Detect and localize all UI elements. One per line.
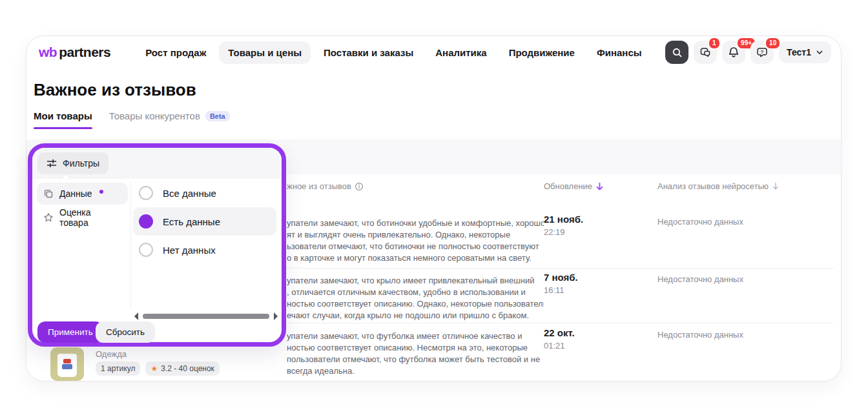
scrollbar-thumb[interactable] <box>143 314 269 319</box>
panel-divider <box>130 181 131 309</box>
sort-arrow-down-icon-purple <box>595 182 604 191</box>
reset-button[interactable]: Сбросить <box>96 321 155 343</box>
radio-option-no-data[interactable]: Нет данных <box>133 236 276 264</box>
active-tab-underline <box>34 127 92 129</box>
rating-text: 3.2 - 40 оценок <box>161 364 214 373</box>
page-title: Важное из отзывов <box>34 80 196 100</box>
update-time: 16:11 <box>544 285 578 295</box>
header-actions: 1 99+ ? 10 Тест1 <box>665 41 831 64</box>
notifications-button[interactable]: 99+ <box>722 41 745 64</box>
beta-badge: Beta <box>205 111 230 121</box>
logo-wb: wb <box>39 45 57 59</box>
tab-competitor-goods[interactable]: Товары конкурентов Beta <box>109 110 230 127</box>
review-summary-text: упатели замечают, что футболка имеет отл… <box>287 331 544 377</box>
review-summary-text: упатели замечают, что ботиночки удобные … <box>287 218 544 264</box>
analysis-status: Недостаточно данных <box>657 217 743 227</box>
logo-partners: partners <box>59 45 110 59</box>
copy-icon <box>43 188 54 199</box>
nav-item-prodvizhenie[interactable]: Продвижение <box>500 41 584 64</box>
info-icon[interactable] <box>355 182 364 191</box>
filters-button[interactable]: Фильтры <box>37 152 108 174</box>
update-date: 21 нояб. <box>544 214 583 225</box>
wb-partners-logo[interactable]: wbpartners <box>39 45 110 60</box>
chevron-down-icon <box>816 48 823 56</box>
radio-option-no-data-label: Нет данных <box>163 245 216 256</box>
radio-option-all-data-label: Все данные <box>163 188 216 199</box>
filter-category-rating-label: Оценка товара <box>59 207 121 228</box>
scroll-right-arrow-icon[interactable] <box>274 312 278 320</box>
svg-text:?: ? <box>761 49 764 55</box>
column-header-reviews[interactable]: жное из отзывов <box>287 181 364 191</box>
update-date: 22 окт. <box>544 327 575 338</box>
filter-category-data[interactable]: Данные <box>37 183 128 205</box>
tab-competitor-goods-label: Товары конкурентов <box>109 110 200 121</box>
star-outline-icon <box>43 212 54 223</box>
active-filter-dot <box>99 190 103 194</box>
filter-category-data-label: Данные <box>59 188 92 199</box>
search-button[interactable] <box>665 41 688 64</box>
nav-item-finansy[interactable]: Финансы <box>588 41 651 64</box>
column-header-analysis[interactable]: Анализ отзывов нейросетью <box>657 181 780 191</box>
articles-count-pill: 1 артикул <box>96 361 140 376</box>
nav-item-tovary-i-tseny[interactable]: Товары и цены <box>219 41 311 64</box>
account-menu-button[interactable]: Тест1 <box>779 41 831 63</box>
horizontal-scrollbar[interactable] <box>134 312 278 321</box>
radio-option-all-data[interactable]: Все данные <box>133 179 276 207</box>
filters-button-label: Фильтры <box>63 158 99 168</box>
messages-badge: 1 <box>708 37 721 50</box>
update-time: 22:19 <box>544 227 583 237</box>
top-header: wbpartners Рост продаж Товары и цены Пос… <box>26 36 842 69</box>
sort-arrow-down-icon-gray <box>772 182 780 190</box>
review-summary-text: упатели замечают, что крыло имеет привле… <box>287 275 544 321</box>
nav-item-postavki-i-zakazy[interactable]: Поставки и заказы <box>315 41 422 64</box>
rating-pill: ★ 3.2 - 40 оценок <box>145 361 219 376</box>
tab-my-goods-label: Мои товары <box>34 110 92 121</box>
messages-button[interactable]: 1 <box>694 41 717 64</box>
filters-panel-highlight: Фильтры Данные Оценка товара Все данные … <box>28 143 286 347</box>
analysis-status: Недостаточно данных <box>657 274 743 284</box>
analysis-status: Недостаточно данных <box>657 330 743 340</box>
product-image[interactable] <box>50 347 84 381</box>
nav-item-analitika[interactable]: Аналитика <box>426 41 495 64</box>
help-button[interactable]: ? 10 <box>750 41 774 64</box>
apply-button[interactable]: Применить <box>37 321 103 343</box>
nav-item-rost-prodazh[interactable]: Рост продаж <box>136 41 215 64</box>
radio-unchecked-icon[interactable] <box>139 186 153 200</box>
filter-category-rating[interactable]: Оценка товара <box>37 207 128 229</box>
update-cell: 21 нояб. 22:19 <box>544 214 583 237</box>
tshirt-print-blue <box>62 364 72 369</box>
column-header-reviews-label: жное из отзывов <box>287 181 351 191</box>
update-cell: 7 нояб. 16:11 <box>544 272 578 295</box>
column-header-analysis-label: Анализ отзывов нейросетью <box>657 181 769 191</box>
product-badges: 1 артикул ★ 3.2 - 40 оценок <box>96 361 220 376</box>
update-time: 01:21 <box>544 341 575 351</box>
tshirt-print-red <box>63 359 71 363</box>
radio-checked-icon[interactable] <box>139 214 153 229</box>
column-header-update-label: Обновление <box>544 181 592 191</box>
star-icon: ★ <box>150 364 158 373</box>
radio-unchecked-icon[interactable] <box>139 243 153 257</box>
radio-option-has-data-label: Есть данные <box>163 216 220 227</box>
tab-my-goods[interactable]: Мои товары <box>34 110 92 129</box>
radio-option-has-data[interactable]: Есть данные <box>133 207 276 236</box>
help-badge: 10 <box>765 37 781 50</box>
main-nav: Рост продаж Товары и цены Поставки и зак… <box>136 41 650 64</box>
sliders-icon <box>46 158 57 168</box>
account-label: Тест1 <box>787 47 811 57</box>
search-icon <box>672 47 683 58</box>
screen: wbpartners Рост продаж Товары и цены Пос… <box>0 0 868 417</box>
column-header-update[interactable]: Обновление <box>544 181 604 191</box>
scroll-left-arrow-icon[interactable] <box>134 312 138 320</box>
product-name: Одежда <box>96 349 127 359</box>
tabs: Мои товары Товары конкурентов Beta <box>34 110 230 129</box>
update-cell: 22 окт. 01:21 <box>544 327 575 351</box>
update-date: 7 нояб. <box>544 272 578 283</box>
